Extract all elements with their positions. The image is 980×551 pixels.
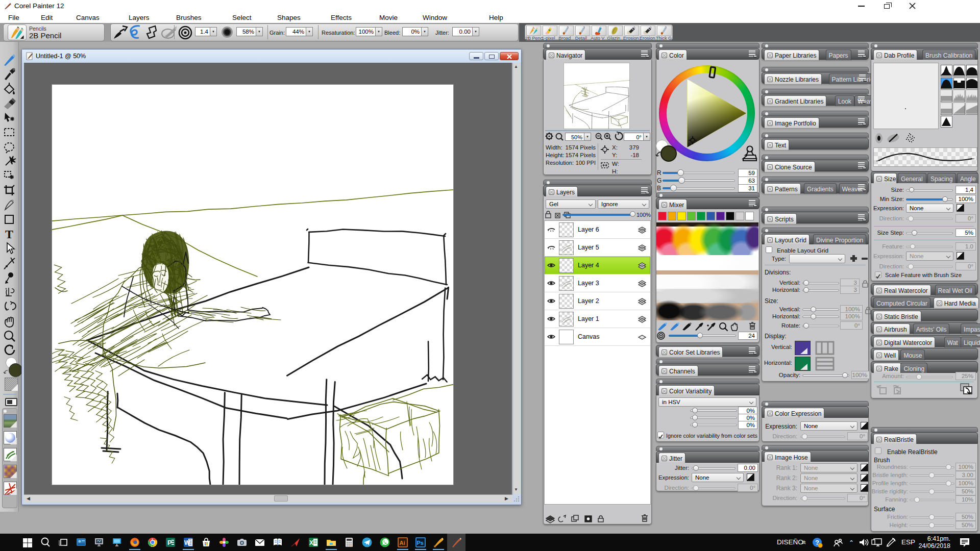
svg-text:X: X xyxy=(309,539,313,546)
svg-text:Ai: Ai xyxy=(400,540,405,546)
svg-text:P: P xyxy=(167,539,172,546)
svg-text:T: T xyxy=(5,228,13,241)
svg-text:Ps: Ps xyxy=(417,540,424,546)
svg-text:W: W xyxy=(184,539,190,546)
